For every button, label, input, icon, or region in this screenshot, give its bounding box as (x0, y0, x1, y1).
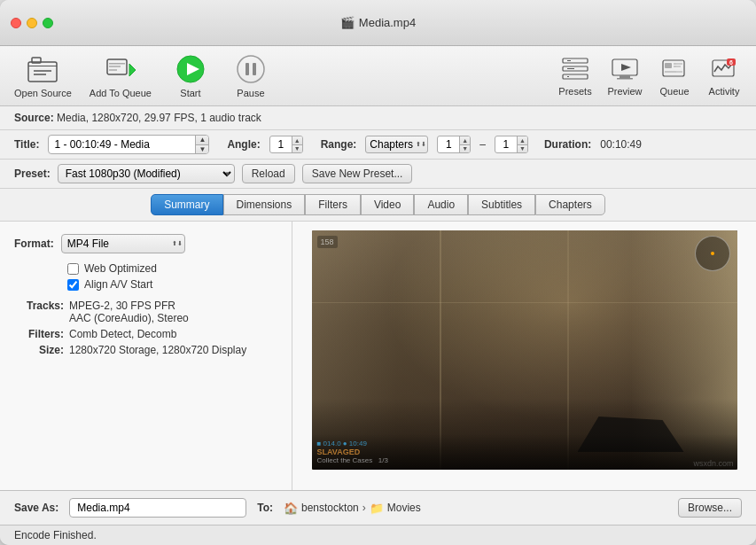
angle-input[interactable] (270, 138, 292, 151)
title-down-btn[interactable]: ▼ (196, 145, 208, 155)
tab-summary[interactable]: Summary (151, 194, 222, 215)
web-optimized-checkbox[interactable] (67, 263, 79, 275)
preset-select[interactable]: Fast 1080p30 (Modified) Fast 1080p30 HQ … (58, 164, 235, 183)
preset-row: Preset: Fast 1080p30 (Modified) Fast 108… (0, 160, 756, 189)
tracks-values: MPEG-2, 30 FPS PFR AAC (CoreAudio), Ster… (69, 300, 189, 324)
open-source-icon (27, 53, 58, 85)
svg-rect-1 (28, 66, 57, 66)
presets-icon (561, 55, 589, 83)
minimize-button[interactable] (27, 18, 37, 28)
save-new-preset-button[interactable]: Save New Preset... (302, 164, 413, 183)
format-select[interactable]: MP4 File MKV File WebM File (61, 234, 185, 253)
range-from-up[interactable]: ▲ (460, 136, 470, 145)
title-text-input[interactable] (49, 136, 195, 153)
open-source-button[interactable]: Open Source (14, 53, 72, 98)
window-title: 🎬 Media.mp4 (340, 16, 416, 29)
svg-rect-6 (109, 63, 125, 65)
title-stepper[interactable]: ▲ ▼ (195, 135, 208, 154)
svg-rect-0 (28, 62, 57, 82)
tabs-bar: Summary Dimensions Filters Video Audio S… (0, 189, 756, 222)
svg-point-12 (238, 56, 264, 82)
svg-marker-24 (621, 64, 631, 71)
angle-stepper[interactable]: ▲ ▼ (292, 136, 302, 152)
game-frame: 158 ■ 014.0 ● 10:49 (312, 230, 737, 470)
source-bar: Source: Media, 1280x720, 29.97 FPS, 1 au… (0, 106, 756, 130)
range-to-stepper[interactable]: ▲ ▼ (517, 136, 527, 152)
home-icon: 🏠 (284, 502, 298, 515)
pause-button[interactable]: Pause (230, 53, 272, 98)
range-to-up[interactable]: ▲ (518, 136, 527, 145)
range-from-input[interactable] (438, 138, 459, 151)
tab-audio[interactable]: Audio (414, 194, 468, 215)
filters-row: Filters: Comb Detect, Decomb (21, 328, 277, 340)
range-from-down[interactable]: ▼ (460, 145, 470, 153)
range-from-field[interactable]: ▲ ▼ (437, 136, 471, 153)
checkboxes: Web Optimized Align A/V Start (67, 262, 277, 291)
range-to-input[interactable] (495, 138, 517, 151)
svg-rect-15 (563, 58, 588, 63)
hud-bottom-left: ■ 014.0 ● 10:49 SLAVAGED Collect the Cas… (317, 440, 388, 464)
presets-button[interactable]: Presets (557, 55, 593, 97)
add-to-queue-icon (105, 53, 136, 85)
svg-rect-22 (620, 75, 630, 78)
minimap-dot (711, 252, 714, 255)
range-select[interactable]: Chapters Seconds Frames (365, 136, 428, 153)
folder-icon: 📁 (370, 502, 384, 515)
svg-rect-17 (563, 74, 588, 79)
bottom-bar: Save As: To: 🏠 benstockton › 📁 Movies Br… (0, 490, 756, 525)
preview-button[interactable]: Preview (607, 55, 643, 97)
add-to-queue-button[interactable]: Add To Queue (90, 53, 152, 98)
pillar1 (440, 230, 441, 470)
tab-filters[interactable]: Filters (305, 194, 361, 215)
preset-dropdown-wrapper[interactable]: Fast 1080p30 (Modified) Fast 1080p30 HQ … (58, 164, 235, 183)
toolbar-right: Presets Preview (557, 55, 742, 97)
align-av-row: Align A/V Start (67, 278, 277, 291)
title-input[interactable]: ▲ ▼ (48, 135, 209, 154)
maximize-button[interactable] (43, 18, 53, 28)
range-from-stepper[interactable]: ▲ ▼ (459, 136, 470, 152)
range-select-wrapper[interactable]: Chapters Seconds Frames (365, 136, 428, 153)
range-to-field[interactable]: ▲ ▼ (495, 136, 528, 153)
title-icon: 🎬 (340, 16, 355, 29)
activity-button[interactable]: 6 Activity (706, 55, 742, 97)
angle-up[interactable]: ▲ (292, 136, 302, 145)
start-icon (175, 53, 207, 85)
save-as-input[interactable] (69, 498, 246, 518)
left-panel: Format: MP4 File MKV File WebM File Web … (0, 222, 292, 490)
foreground (312, 399, 737, 470)
svg-rect-26 (665, 63, 672, 68)
minimap (695, 236, 730, 271)
svg-marker-7 (129, 64, 136, 76)
tab-dimensions[interactable]: Dimensions (223, 194, 306, 215)
reload-button[interactable]: Reload (242, 164, 295, 183)
activity-icon: 6 (710, 55, 738, 83)
angle-down[interactable]: ▼ (292, 145, 302, 153)
svg-rect-14 (253, 63, 256, 75)
video-preview: 158 ■ 014.0 ● 10:49 (312, 230, 737, 470)
size-row: Size: 1280x720 Storage, 1280x720 Display (21, 344, 277, 356)
status-bar: Encode Finished. (0, 525, 756, 545)
title-up-btn[interactable]: ▲ (196, 135, 208, 145)
range-to-down[interactable]: ▼ (518, 145, 527, 153)
main-content: Format: MP4 File MKV File WebM File Web … (0, 222, 756, 490)
titlebar: 🎬 Media.mp4 (0, 0, 756, 46)
web-optimized-row: Web Optimized (67, 262, 277, 275)
path-display: 🏠 benstockton › 📁 Movies (284, 502, 421, 515)
tab-subtitles[interactable]: Subtitles (468, 194, 535, 215)
tracks-row: Tracks: MPEG-2, 30 FPS PFR AAC (CoreAudi… (21, 300, 277, 324)
start-button[interactable]: Start (169, 53, 212, 98)
angle-field[interactable]: ▲ ▼ (269, 136, 303, 153)
format-select-wrapper[interactable]: MP4 File MKV File WebM File (61, 234, 185, 253)
align-av-checkbox[interactable] (67, 279, 79, 291)
close-button[interactable] (11, 18, 21, 28)
pillar2 (567, 230, 569, 470)
tab-video[interactable]: Video (361, 194, 414, 215)
tab-chapters[interactable]: Chapters (535, 194, 605, 215)
svg-rect-23 (617, 78, 633, 80)
info-rows: Tracks: MPEG-2, 30 FPS PFR AAC (CoreAudi… (21, 300, 277, 356)
svg-text:6: 6 (729, 59, 733, 66)
queue-button[interactable]: Queue (657, 55, 692, 97)
format-row: Format: MP4 File MKV File WebM File (14, 234, 277, 253)
watermark: wsxdn.com (693, 459, 733, 468)
browse-button[interactable]: Browse... (678, 498, 742, 518)
